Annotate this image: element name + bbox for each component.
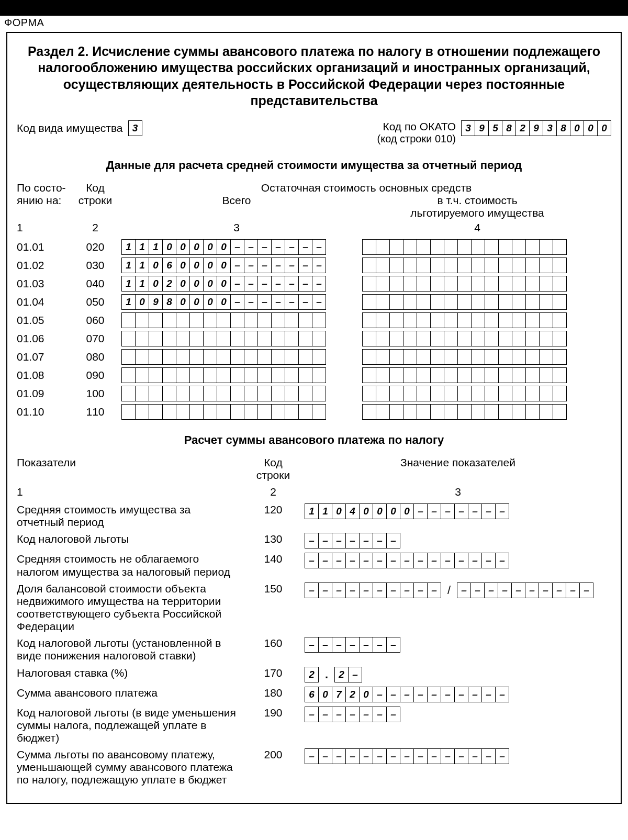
row-030-col3-cell[interactable]: – — [312, 257, 326, 273]
row-040-col3-cell[interactable]: – — [230, 276, 244, 292]
row-070-col3-cell[interactable] — [244, 331, 258, 346]
row-020-col4-cell[interactable] — [512, 239, 526, 255]
row-070-col4[interactable] — [362, 331, 567, 346]
row-090-col4-cell[interactable] — [403, 367, 417, 383]
calc-200-cells[interactable]: ––––––––––––––– — [305, 748, 509, 764]
okato-cells-cell[interactable]: 0 — [570, 120, 584, 136]
row-030-col4-cell[interactable] — [376, 257, 390, 273]
calc-140-cells-cell[interactable]: – — [454, 553, 468, 568]
calc-120-cells[interactable]: 11040000––––––– — [305, 503, 509, 519]
row-030-col4-cell[interactable] — [471, 257, 485, 273]
calc-150-right-cell[interactable]: – — [539, 583, 553, 598]
row-090-col4-cell[interactable] — [444, 367, 458, 383]
row-030-col3-cell[interactable]: 1 — [121, 257, 136, 273]
row-070-col4-cell[interactable] — [525, 331, 540, 346]
row-020-col3-cell[interactable]: – — [285, 239, 299, 255]
row-020-col3[interactable]: 11100000––––––– — [121, 239, 326, 255]
row-090-col4-cell[interactable] — [376, 367, 390, 383]
row-020-col3-cell[interactable]: 1 — [149, 239, 163, 255]
row-050-col3[interactable]: 10980000––––––– — [121, 294, 326, 310]
row-050-col4-cell[interactable] — [376, 294, 390, 310]
row-030-col4-cell[interactable] — [444, 257, 458, 273]
row-060-col3-cell[interactable] — [162, 312, 176, 328]
row-080-col4-cell[interactable] — [485, 349, 499, 365]
calc-120-cells-cell[interactable]: 4 — [345, 503, 360, 519]
row-070-col3[interactable] — [121, 331, 326, 346]
calc-130-cells-cell[interactable]: – — [359, 533, 373, 548]
row-110-col4-cell[interactable] — [362, 404, 376, 420]
row-030-col3-cell[interactable]: – — [244, 257, 258, 273]
row-090-col3-cell[interactable] — [244, 367, 258, 383]
row-100-col3-cell[interactable] — [189, 386, 204, 401]
row-080-col3-cell[interactable] — [271, 349, 285, 365]
row-070-col3-cell[interactable] — [230, 331, 244, 346]
row-020-col3-cell[interactable]: – — [312, 239, 326, 255]
row-070-col3-cell[interactable] — [217, 331, 231, 346]
row-050-col4-cell[interactable] — [553, 294, 567, 310]
calc-200-cells-cell[interactable]: – — [359, 748, 373, 764]
row-060-col4-cell[interactable] — [512, 312, 526, 328]
row-040-col4-cell[interactable] — [512, 276, 526, 292]
calc-200-cells-cell[interactable]: – — [400, 748, 414, 764]
row-050-col3-cell[interactable]: – — [285, 294, 299, 310]
calc-190-cells-cell[interactable]: – — [305, 707, 319, 722]
row-070-col4-cell[interactable] — [444, 331, 458, 346]
row-020-col3-cell[interactable]: 1 — [121, 239, 136, 255]
row-090-col4-cell[interactable] — [430, 367, 444, 383]
okato-cells-cell[interactable]: 3 — [461, 120, 475, 136]
calc-140-cells-cell[interactable]: – — [441, 553, 455, 568]
calc-140-cells-cell[interactable]: – — [481, 553, 496, 568]
row-040-col4-cell[interactable] — [430, 276, 444, 292]
calc-180-cells-cell[interactable]: – — [400, 687, 414, 702]
row-020-col4-cell[interactable] — [471, 239, 485, 255]
calc-150-left[interactable]: –––––––––– — [305, 583, 441, 598]
calc-180-cells-cell[interactable]: – — [481, 687, 496, 702]
row-020-col4-cell[interactable] — [444, 239, 458, 255]
row-090-col3-cell[interactable] — [189, 367, 204, 383]
calc-140-cells-cell[interactable]: – — [318, 553, 332, 568]
calc-170-frac[interactable]: 2– — [334, 667, 362, 682]
row-090-col3[interactable] — [121, 367, 326, 383]
row-110-col3-cell[interactable] — [203, 404, 217, 420]
row-030-col4[interactable] — [362, 257, 567, 273]
row-060-col4-cell[interactable] — [525, 312, 540, 328]
row-030-col4-cell[interactable] — [485, 257, 499, 273]
row-040-col4-cell[interactable] — [498, 276, 512, 292]
calc-150-left-cell[interactable]: – — [359, 583, 373, 598]
row-050-col4-cell[interactable] — [471, 294, 485, 310]
row-090-col3-cell[interactable] — [271, 367, 285, 383]
row-050-col3-cell[interactable]: 1 — [121, 294, 136, 310]
row-060-col4-cell[interactable] — [376, 312, 390, 328]
row-080-col3-cell[interactable] — [285, 349, 299, 365]
calc-150-right-cell[interactable]: – — [457, 583, 471, 598]
row-090-col4-cell[interactable] — [362, 367, 376, 383]
row-110-col3-cell[interactable] — [217, 404, 231, 420]
row-110-col4-cell[interactable] — [553, 404, 567, 420]
row-020-col3-cell[interactable]: 0 — [176, 239, 190, 255]
row-070-col3-cell[interactable] — [271, 331, 285, 346]
row-080-col4-cell[interactable] — [512, 349, 526, 365]
row-100-col4-cell[interactable] — [539, 386, 553, 401]
row-070-col4-cell[interactable] — [471, 331, 485, 346]
calc-190-cells-cell[interactable]: – — [332, 707, 346, 722]
row-040-col3-cell[interactable]: – — [257, 276, 272, 292]
calc-120-cells-cell[interactable]: 0 — [400, 503, 414, 519]
row-070-col4-cell[interactable] — [512, 331, 526, 346]
row-050-col3-cell[interactable]: – — [244, 294, 258, 310]
row-080-col4-cell[interactable] — [376, 349, 390, 365]
row-110-col3-cell[interactable] — [285, 404, 299, 420]
row-090-col3-cell[interactable] — [298, 367, 312, 383]
row-040-col3-cell[interactable]: 0 — [189, 276, 204, 292]
calc-200-cells-cell[interactable]: – — [495, 748, 509, 764]
calc-140-cells-cell[interactable]: – — [359, 553, 373, 568]
row-110-col4-cell[interactable] — [389, 404, 403, 420]
row-100-col4-cell[interactable] — [525, 386, 540, 401]
row-020-col4-cell[interactable] — [362, 239, 376, 255]
calc-190-cells-cell[interactable]: – — [373, 707, 387, 722]
calc-160-cells-cell[interactable]: – — [386, 637, 400, 653]
calc-120-cells-cell[interactable]: 0 — [373, 503, 387, 519]
calc-150-left-cell[interactable]: – — [305, 583, 319, 598]
row-060-col3-cell[interactable] — [257, 312, 272, 328]
row-100-col4-cell[interactable] — [471, 386, 485, 401]
row-060-col3[interactable] — [121, 312, 326, 328]
